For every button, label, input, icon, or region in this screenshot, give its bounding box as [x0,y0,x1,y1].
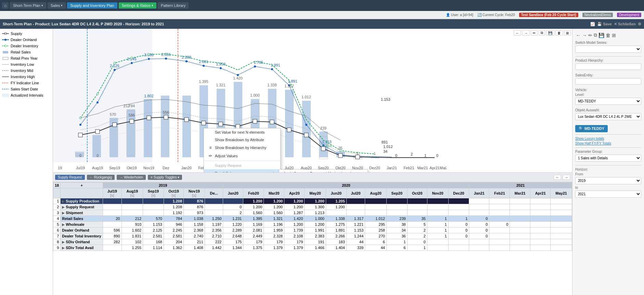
cell[interactable] [489,245,510,251]
chart-save[interactable]: 💾 [546,30,554,36]
cell[interactable]: 2.081 [243,228,264,233]
product-hierarchy-input[interactable]: MD-TEDD [575,63,641,70]
cell[interactable]: 2 [223,210,243,216]
cell[interactable]: 2.245 [164,228,183,233]
legend-retail-sales[interactable]: Retail Sales [2,50,51,54]
cell[interactable] [530,228,551,233]
cell[interactable] [551,210,572,216]
pattern-library-button[interactable]: Pattern Library [158,2,189,9]
cell[interactable]: 0 [469,228,489,233]
cell[interactable]: 1 [427,216,448,222]
cell[interactable]: 1.231 [223,216,243,222]
cell[interactable]: 204 [164,239,183,245]
supply-production-label[interactable]: ▶ Supply Production [61,198,103,204]
cell[interactable]: 6 [365,239,387,245]
legend-inventory-mid[interactable]: Inventory Mid [2,69,51,73]
cell[interactable] [530,233,551,239]
cell[interactable]: 1.208 [164,204,183,210]
cell[interactable]: 876 [184,198,205,204]
sub-ctx-segment-forecast[interactable]: Apply Segment Forecast * Marketshare Inp… [279,170,368,173]
cell[interactable] [510,239,530,245]
cell[interactable] [510,216,530,222]
cell[interactable] [530,222,551,228]
cell[interactable]: 1.891 [326,228,346,233]
cell[interactable]: 596 [103,228,121,233]
cell[interactable]: 212 [121,216,143,222]
cell[interactable] [407,210,427,216]
cell[interactable]: 1.317 [346,216,365,222]
cell[interactable] [551,228,572,233]
cell[interactable]: 339 [346,245,365,251]
cell[interactable]: 2 [407,228,427,233]
cell[interactable] [510,210,530,216]
cell[interactable] [551,222,572,228]
cell[interactable]: 1.221 [346,222,365,228]
settings-ratios-button[interactable]: Settings & Ratios ▾ [119,2,156,9]
cell[interactable] [510,222,530,228]
cell[interactable]: 1.200 [243,204,264,210]
cell[interactable] [365,210,387,216]
cell[interactable] [469,198,489,204]
cell[interactable]: 2.125 [143,228,164,233]
cell[interactable]: 179 [243,239,264,245]
cell[interactable]: 1.038 [184,216,205,222]
cell[interactable]: 1.408 [184,245,205,251]
expand-supply-request[interactable]: ▶ [62,205,65,209]
cell[interactable]: 0 [489,222,510,228]
ctx-set-value[interactable]: Set Value for next N elements [204,128,280,136]
cell[interactable]: 1 [448,216,469,222]
chart-copy[interactable]: ⧉ [539,30,545,36]
table-nav-forward[interactable]: → [563,175,570,180]
save-icon[interactable]: 💾 Save [597,22,612,26]
cell[interactable]: 2.266 [326,233,346,239]
supply-request-label[interactable]: ▶ Supply Request [61,204,103,210]
legend-inventory-high[interactable]: Inventory High [2,75,51,79]
cell[interactable]: 1.114 [143,245,164,251]
cell[interactable]: 183 [326,239,346,245]
cell[interactable]: 1.200 [284,204,305,210]
cell[interactable]: 1.404 [326,245,346,251]
cell[interactable]: 1.153 [143,222,164,228]
cell[interactable]: 1.169 [243,222,264,228]
cell[interactable]: 2.710 [205,233,223,239]
cell[interactable] [510,198,530,204]
cell[interactable]: 2.740 [184,233,205,239]
cell[interactable]: 1.442 [205,245,223,251]
expand-shipment[interactable]: ▶ [62,211,65,215]
ctx-adjust-values[interactable]: ✏ Adjust Values [204,152,280,160]
cell[interactable]: 44 [346,239,365,245]
cell[interactable] [530,245,551,251]
cell[interactable] [346,198,365,204]
cell[interactable]: 570 [143,216,164,222]
ctx-retail-sales[interactable]: Retail Sales ▶ [204,169,280,173]
cell[interactable] [121,204,143,210]
cell[interactable]: 0 [469,222,489,228]
cell[interactable]: 0 [223,204,243,210]
cell[interactable] [510,228,530,233]
chart-delete[interactable]: 🗑 [555,30,563,36]
sdiv-onhand-label[interactable]: ▶ SDiv OnHand [61,239,103,245]
cell[interactable]: 1.831 [121,233,143,239]
ctx-breakdown-hierarchy[interactable]: ≡ Show Breakdown by Hierarchy [204,144,280,152]
cell[interactable] [346,204,365,210]
cell[interactable]: 1.220 [223,222,243,228]
cell[interactable]: 1.255 [121,245,143,251]
cell[interactable] [407,198,427,204]
cell[interactable] [326,210,346,216]
data-table-area[interactable]: 18 + 2019 2020 2021 Jul19[s] Aug19[s] Se… [53,182,572,295]
cell[interactable]: 1.153 [346,228,365,233]
cell[interactable] [205,198,223,204]
cell[interactable]: 179 [264,239,284,245]
dev-badge[interactable]: Development [617,13,641,17]
legend-fy-indicator[interactable]: FY Indicator Line [2,81,51,85]
cell[interactable] [205,204,223,210]
cell[interactable]: 1.158 [184,222,205,228]
sandbox-badge[interactable]: Test Sandbox (Feb 20 Cycle Start) [519,13,578,17]
cell[interactable]: 1.200 [284,222,305,228]
cell[interactable]: 1.200 [264,204,284,210]
cell[interactable]: 2.383 [305,233,326,239]
cell[interactable]: 222 [205,239,223,245]
cell[interactable]: 1.250 [205,216,223,222]
redo-button[interactable]: → Wiederholen [117,175,146,180]
cell[interactable] [530,210,551,216]
